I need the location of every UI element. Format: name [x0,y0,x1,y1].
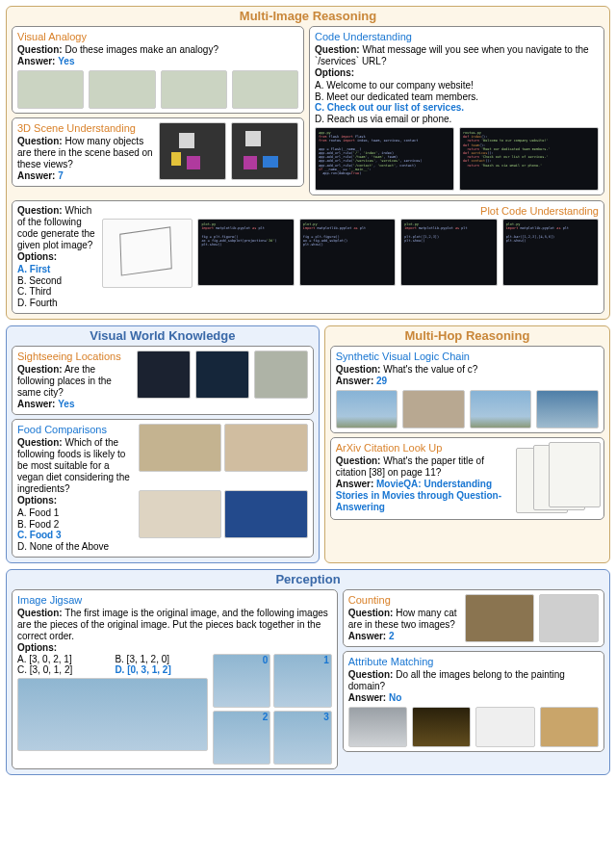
section-visual-world-knowledge: Visual World Knowledge Sightseeing Locat… [6,325,320,563]
section-title: Multi-Image Reasoning [12,9,604,23]
thumb-image [412,707,471,747]
thumb-image [348,707,407,747]
thumb-piece: 3 [273,711,332,765]
thumb-image [254,351,308,399]
option-item: C. [3, 0, 1, 2] [17,664,110,675]
answer-text: Yes [58,399,74,409]
card-title: Synthetic Visual Logic Chain [336,351,599,362]
label-question: Question: [17,136,63,146]
label-question: Question: [348,669,394,680]
thumb-code: plot.pyimport matplotlib.pyplot as pltfi… [197,219,294,286]
card-counting: Counting Question: How many cat are in t… [343,589,604,647]
option-item: B. [3, 1, 2, 0] [115,654,207,664]
section-title: Visual World Knowledge [12,328,314,343]
label-options: Options: [17,495,57,506]
option-item: A. Food 1 [17,507,133,519]
card-title: Plot Code Understanding [102,205,599,217]
option-item-correct: A. First [17,264,96,275]
option-item: B. Food 2 [17,519,133,531]
thumb-image [224,490,307,538]
question-text: What's the value of c? [383,364,477,375]
label-answer: Answer: [17,56,55,66]
thumb-image [470,390,532,428]
option-item-correct: C. Check out our list of services. [315,102,599,114]
thumb-image [161,70,227,109]
card-logic-chain: Synthetic Visual Logic Chain Question: W… [330,346,604,433]
option-item: B. Meet our dedicated team members. [315,91,599,103]
card-title: Counting [348,594,460,606]
card-visual-analogy: Visual Analogy Question: Do these images… [12,26,304,114]
card-attribute: Attribute Matching Question: Do all the … [343,651,604,752]
label-answer: Answer: [17,170,55,181]
thumb-image [195,351,249,399]
label-question: Question: [17,437,63,448]
thumb-image [539,594,599,642]
option-item: D. None of the Above [17,541,133,553]
thumb-paper [549,442,601,507]
thumb-code: plot.pyimport matplotlib.pyplot as pltpl… [502,219,599,286]
thumb-image [402,390,465,428]
question-text: Do these images make an analogy? [64,44,218,55]
label-options: Options: [315,67,354,78]
thumb-3d-view [159,122,226,180]
label-question: Question: [315,44,360,55]
options-list: A. First B. Second C. Third D. Fourth [17,264,96,308]
card-title: ArXiv Citation Look Up [336,442,511,454]
label-question: Question: [336,364,381,375]
thumb-image [139,490,221,538]
section-multi-image-reasoning: Multi-Image Reasoning Visual Analogy Que… [6,6,610,320]
label-question: Question: [17,608,63,618]
card-title: 3D Scene Understanding [17,122,154,134]
thumb-piece: 2 [213,711,271,765]
option-item-correct: D. [0, 3, 1, 2] [115,664,207,675]
option-item: D. Reach us via email or phone. [315,114,599,125]
thumb-image [536,390,599,428]
answer-text: 2 [389,631,395,641]
thumb-image [89,70,155,109]
option-item: B. Second [17,275,96,287]
label-question: Question: [336,455,381,466]
card-title: Image Jigsaw [17,594,332,606]
answer-text: 29 [376,376,387,386]
option-item: A. Welcome to our company website! [315,80,599,91]
option-item: D. Fourth [17,298,96,309]
thumb-image [475,707,534,747]
thumb-code: plot.pyimport matplotlib.pyplot as pltfi… [299,219,396,286]
option-item-correct: C. Food 3 [17,530,133,541]
section-multi-hop-reasoning: Multi-Hop Reasoning Synthetic Visual Log… [324,325,610,563]
options-list: A. Food 1 B. Food 2 C. Food 3 D. None of… [17,507,133,552]
options-list: A. Welcome to our company website! B. Me… [315,80,599,124]
thumb-plot [102,219,192,288]
thumb-piece: 1 [273,654,332,708]
thumb-image [465,594,534,642]
thumb-code: app.pyfrom flask import Flaskfrom routes… [315,127,454,191]
card-title: Code Understanding [315,31,599,42]
thumb-image [232,70,298,109]
card-arxiv: ArXiv Citation Look Up Question: What's … [330,437,604,520]
card-3d-scene: 3D Scene Understanding Question: How man… [12,117,304,187]
section-title: Multi-Hop Reasoning [330,328,604,343]
section-title: Perception [12,572,604,586]
question-text: The first image is the original image, a… [17,608,328,641]
label-options: Options: [17,642,57,653]
thumb-image [336,390,398,428]
label-question: Question: [17,364,63,375]
card-jigsaw: Image Jigsaw Question: The first image i… [12,589,338,769]
thumb-image [224,424,307,472]
thumb-image [540,707,599,747]
answer-text: Yes [58,56,74,66]
label-answer: Answer: [336,376,373,386]
card-code-understanding: Code Understanding Question: What messag… [309,26,604,195]
label-question: Question: [17,205,63,216]
thumb-piece: 0 [213,654,271,708]
card-title: Sightseeing Locations [17,351,132,362]
thumb-image [139,424,221,472]
card-title: Food Comparisons [17,424,133,435]
thumb-3d-view [231,122,298,180]
card-sightseeing: Sightseeing Locations Question: Are the … [12,346,314,415]
label-question: Question: [17,44,63,55]
answer-text: 7 [58,170,64,181]
label-answer: Answer: [17,399,55,409]
card-plot-code: Question: Which of the following code ge… [12,200,604,314]
section-perception: Perception Image Jigsaw Question: The fi… [6,569,610,775]
